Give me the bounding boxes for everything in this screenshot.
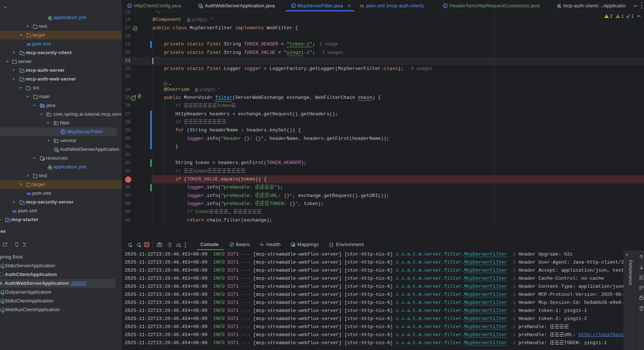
- svg-text:C: C: [292, 4, 295, 8]
- svg-text:C: C: [444, 4, 447, 8]
- svg-text:m: m: [360, 3, 364, 8]
- svg-text:m: m: [27, 190, 31, 196]
- svg-text:m: m: [27, 41, 31, 47]
- svg-text:I: I: [133, 96, 134, 100]
- svg-text:C: C: [128, 4, 131, 8]
- svg-text:C: C: [62, 130, 65, 134]
- svg-text:m: m: [12, 208, 17, 214]
